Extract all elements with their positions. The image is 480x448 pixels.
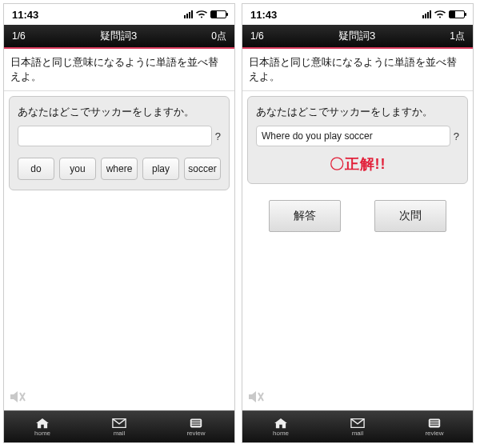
- tab-bar: home mail review: [242, 410, 473, 442]
- list-icon: [189, 418, 203, 429]
- svg-rect-6: [430, 422, 439, 423]
- answer-button[interactable]: 解答: [269, 200, 341, 232]
- score-counter: 1点: [450, 30, 465, 43]
- action-row: 解答 次問: [242, 200, 473, 232]
- status-right: [184, 10, 226, 18]
- svg-rect-3: [192, 424, 201, 425]
- next-button[interactable]: 次問: [374, 200, 446, 232]
- question-card: あなたはどこでサッカーをしますか。 ? do you where play so…: [9, 96, 230, 190]
- question-mark: ?: [454, 130, 459, 142]
- status-time: 11:43: [250, 9, 277, 21]
- phone-right: 11:43 1/6 疑問詞3 1点 日本語と同じ意味になるように単語を並べ替えよ…: [242, 3, 474, 443]
- tab-bar: home mail review: [4, 410, 234, 442]
- prompt-text: あなたはどこでサッカーをしますか。: [18, 105, 221, 119]
- word-chip[interactable]: soccer: [184, 158, 221, 180]
- tab-home[interactable]: home: [4, 411, 81, 442]
- tab-review[interactable]: review: [158, 411, 234, 442]
- word-chip[interactable]: you: [59, 158, 96, 180]
- battery-icon: [210, 10, 226, 18]
- progress-counter: 1/6: [12, 30, 26, 42]
- choice-row: do you where play soccer: [18, 158, 221, 180]
- tab-label: review: [186, 430, 205, 437]
- svg-rect-2: [192, 422, 201, 423]
- word-chip[interactable]: do: [18, 158, 54, 180]
- phone-left: 11:43 1/6 疑問詞3 0点 日本語と同じ意味になるように単語を並べ替えよ…: [3, 3, 235, 443]
- tab-label: home: [273, 430, 289, 437]
- tab-mail[interactable]: mail: [319, 411, 396, 442]
- svg-rect-5: [430, 420, 439, 421]
- question-mark: ?: [215, 130, 221, 142]
- svg-rect-7: [430, 424, 439, 425]
- question-card: あなたはどこでサッカーをしますか。 Where do you play socc…: [247, 96, 468, 184]
- tab-mail[interactable]: mail: [81, 411, 158, 442]
- header-title: 疑問詞3: [338, 29, 375, 43]
- mail-icon: [350, 418, 365, 429]
- status-right: [422, 10, 465, 18]
- signal-icon: [422, 10, 431, 18]
- tab-label: mail: [114, 430, 126, 437]
- instruction-text: 日本語と同じ意味になるように単語を並べ替えよ。: [242, 49, 473, 91]
- app-header: 1/6 疑問詞3 1点: [242, 25, 473, 49]
- battery-icon: [449, 10, 465, 18]
- answer-field[interactable]: Where do you play soccer: [256, 126, 450, 146]
- home-icon: [35, 418, 50, 429]
- result-text: 〇正解!!: [256, 154, 459, 174]
- answer-row: ?: [18, 126, 221, 146]
- wifi-icon: [196, 10, 207, 18]
- mute-icon[interactable]: [247, 389, 265, 409]
- score-counter: 0点: [211, 30, 226, 43]
- svg-rect-1: [192, 420, 201, 421]
- mute-icon[interactable]: [9, 389, 26, 409]
- instruction-text: 日本語と同じ意味になるように単語を並べ替えよ。: [4, 49, 234, 91]
- tab-label: review: [425, 430, 443, 437]
- tab-review[interactable]: review: [396, 411, 473, 442]
- prompt-text: あなたはどこでサッカーをしますか。: [256, 105, 459, 119]
- status-bar: 11:43: [4, 4, 234, 25]
- answer-field[interactable]: [18, 126, 212, 146]
- signal-icon: [184, 10, 193, 18]
- header-title: 疑問詞3: [100, 29, 137, 43]
- home-icon: [274, 418, 288, 429]
- wifi-icon: [434, 10, 446, 18]
- mail-icon: [112, 418, 126, 429]
- tab-label: home: [34, 430, 50, 437]
- word-chip[interactable]: where: [101, 158, 138, 180]
- list-icon: [427, 418, 442, 429]
- progress-counter: 1/6: [250, 30, 264, 42]
- tab-home[interactable]: home: [242, 411, 319, 442]
- word-chip[interactable]: play: [142, 158, 179, 180]
- status-bar: 11:43: [242, 4, 473, 25]
- status-time: 11:43: [12, 9, 38, 21]
- app-header: 1/6 疑問詞3 0点: [4, 25, 234, 49]
- answer-row: Where do you play soccer ?: [256, 126, 459, 146]
- tab-label: mail: [352, 430, 364, 437]
